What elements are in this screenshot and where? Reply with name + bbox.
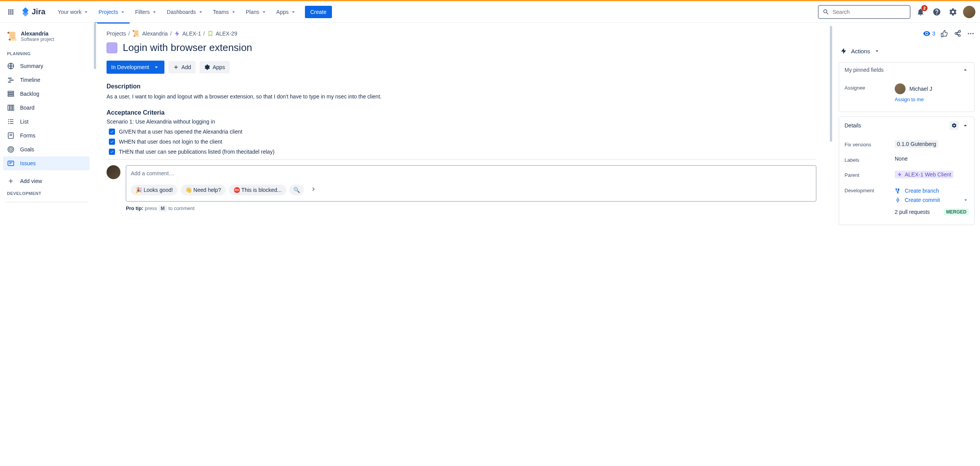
svg-point-27 <box>970 33 971 34</box>
acceptance-checklist: GIVEN that a user has opened the Alexand… <box>107 129 816 160</box>
help-icon[interactable] <box>931 6 943 18</box>
project-header[interactable]: 📜 Alexandria Software project <box>3 31 90 48</box>
suggestion-chip[interactable]: ⛔ This is blocked... <box>229 185 286 195</box>
pinned-fields-header[interactable]: My pinned fields <box>839 63 974 77</box>
section-planning: PLANNING <box>3 48 90 59</box>
jira-logo-text: Jira <box>32 7 46 16</box>
checkbox-icon[interactable] <box>109 129 115 135</box>
commit-icon <box>895 197 901 203</box>
labels-value[interactable]: None <box>895 156 969 162</box>
watch-button[interactable]: 3 <box>923 30 935 37</box>
svg-rect-3 <box>9 80 14 81</box>
sidebar-scrollbar[interactable] <box>93 23 97 466</box>
nav-projects[interactable]: Projects <box>95 6 130 18</box>
app-switcher-icon[interactable] <box>5 6 17 18</box>
top-navigation: Jira Your work Projects Filters Dashboar… <box>0 1 980 23</box>
pinned-fields-panel: My pinned fields Assignee Michael J Assi… <box>839 62 975 112</box>
breadcrumb-project[interactable]: 📜Alexandria <box>132 30 168 37</box>
settings-icon[interactable] <box>947 6 959 18</box>
fix-version-chip[interactable]: 0.1.0 Gutenberg <box>895 140 938 148</box>
svg-rect-9 <box>10 105 12 110</box>
apps-button[interactable]: Apps <box>200 61 230 73</box>
nav-dashboards[interactable]: Dashboards <box>163 6 208 18</box>
notifications-icon[interactable]: 2 <box>914 6 927 18</box>
profile-avatar[interactable] <box>963 6 975 18</box>
fix-versions-label: Fix versions <box>845 140 895 147</box>
project-name: Alexandria <box>21 31 54 37</box>
thumbs-up-icon[interactable] <box>941 30 948 37</box>
nav-your-work[interactable]: Your work <box>54 6 93 18</box>
sidebar-add-view[interactable]: Add view <box>3 174 90 188</box>
project-type: Software project <box>21 37 54 42</box>
nav-filters[interactable]: Filters <box>131 6 161 18</box>
sidebar-item-list[interactable]: List <box>3 115 90 129</box>
status-button[interactable]: In Development <box>107 61 164 74</box>
svg-rect-10 <box>12 105 14 110</box>
add-button[interactable]: Add <box>168 61 196 73</box>
sidebar-item-goals[interactable]: Goals <box>3 142 90 156</box>
epic-icon <box>897 172 902 177</box>
suggestions-next-icon[interactable] <box>307 183 320 197</box>
more-icon[interactable] <box>967 30 975 37</box>
search-input[interactable] <box>833 9 906 15</box>
search-box[interactable] <box>818 5 911 19</box>
suggestion-chip[interactable]: 👋 Need help? <box>181 185 226 195</box>
create-commit-link[interactable]: Create commit <box>895 195 969 205</box>
breadcrumb-epic[interactable]: ALEX-1 <box>174 31 201 37</box>
chevron-down-icon <box>874 48 880 54</box>
create-branch-link[interactable]: Create branch <box>895 186 969 195</box>
criteria-item[interactable]: THEN that user can see publications list… <box>107 149 816 155</box>
nav-plans[interactable]: Plans <box>242 6 271 18</box>
breadcrumb-projects[interactable]: Projects <box>107 31 126 37</box>
sidebar-item-timeline[interactable]: Timeline <box>3 73 90 87</box>
content-scrollbar[interactable] <box>829 23 833 466</box>
suggestion-chip[interactable]: 🔍 <box>289 185 304 195</box>
parent-chip[interactable]: ALEX-1 Web Client <box>895 171 953 178</box>
create-button[interactable]: Create <box>305 6 332 18</box>
sidebar-item-forms[interactable]: Forms <box>3 129 90 142</box>
checkbox-icon[interactable] <box>109 149 115 155</box>
svg-rect-4 <box>8 81 11 83</box>
jira-logo[interactable]: Jira <box>19 7 48 17</box>
comment-avatar <box>107 165 120 179</box>
assignee-avatar <box>895 83 906 94</box>
sidebar-item-board[interactable]: Board <box>3 101 90 115</box>
issue-title[interactable]: Login with browser extension <box>123 42 252 54</box>
criteria-item[interactable]: GIVEN that a user has opened the Alexand… <box>107 129 816 135</box>
suggestion-chip[interactable]: 🎉 Looks good! <box>131 185 178 195</box>
share-icon[interactable] <box>954 30 961 37</box>
sidebar-item-summary[interactable]: Summary <box>3 59 90 73</box>
description-text[interactable]: As a user, I want to login and logout wi… <box>107 92 816 101</box>
svg-rect-6 <box>8 93 14 94</box>
svg-rect-8 <box>8 105 10 110</box>
checkbox-icon[interactable] <box>109 139 115 145</box>
pull-requests-text[interactable]: 2 pull requests <box>895 209 930 215</box>
nav-apps[interactable]: Apps <box>273 6 300 18</box>
details-header[interactable]: Details <box>839 117 974 134</box>
comment-placeholder: Add a comment… <box>131 170 811 176</box>
svg-point-29 <box>897 199 899 201</box>
details-configure-icon[interactable] <box>950 121 959 130</box>
sidebar-item-backlog[interactable]: Backlog <box>3 87 90 101</box>
svg-point-15 <box>8 123 9 124</box>
assignee-value[interactable]: Michael J <box>895 83 969 94</box>
section-development: DEVELOPMENT <box>3 188 90 199</box>
breadcrumb-issue[interactable]: ALEX-29 <box>207 31 237 37</box>
labels-label: Labels <box>845 156 895 163</box>
chevron-up-icon <box>962 122 969 129</box>
svg-point-26 <box>968 33 969 34</box>
comment-input[interactable]: Add a comment… 🎉 Looks good! 👋 Need help… <box>126 165 816 202</box>
nav-teams[interactable]: Teams <box>209 6 240 18</box>
svg-point-13 <box>8 121 9 122</box>
sidebar-item-issues[interactable]: Issues <box>3 156 90 170</box>
parent-label: Parent <box>845 171 895 178</box>
actions-button[interactable]: Actions <box>839 45 975 57</box>
acceptance-heading: Acceptance Criteria <box>107 109 816 116</box>
assign-to-me-link[interactable]: Assign to me <box>895 97 969 102</box>
notification-badge: 2 <box>921 5 928 11</box>
breadcrumb: Projects / 📜Alexandria / ALEX-1 / ALEX-2… <box>107 30 816 37</box>
criteria-item[interactable]: WHEN that user does not login to the cli… <box>107 139 816 145</box>
chevron-down-icon <box>153 64 160 71</box>
issue-type-icon[interactable] <box>107 42 117 53</box>
description-heading: Description <box>107 83 816 90</box>
